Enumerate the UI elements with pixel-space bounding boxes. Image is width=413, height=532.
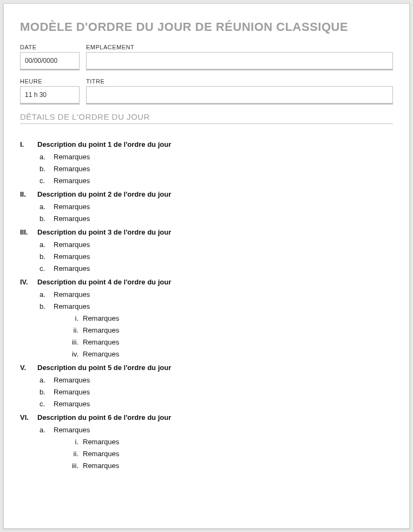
agenda-subsub-text: Remarques (83, 338, 119, 346)
label-date: DATE (20, 44, 80, 50)
agenda-item-head: IV.Description du point 4 de l'ordre du … (20, 278, 393, 286)
agenda-subsub-item: iii.Remarques (20, 462, 393, 470)
agenda-sub-item: c.Remarques (20, 177, 393, 185)
agenda-sub-letter: b. (40, 252, 54, 261)
label-location: EMPLACEMENT (86, 44, 393, 50)
agenda-subsub-item: i.Remarques (20, 438, 393, 446)
agenda-subsub-number: i. (68, 438, 83, 446)
agenda-subsub-text: Remarques (83, 326, 119, 334)
agenda-subsub-item: iv.Remarques (20, 350, 393, 358)
agenda-subsub-item: ii.Remarques (20, 326, 393, 334)
row-time-subject: HEURE TITRE (20, 78, 393, 105)
agenda-subsub-number: iv. (68, 350, 83, 358)
agenda-subsub-number: ii. (68, 326, 83, 334)
agenda-subsub-number: iii. (68, 338, 83, 346)
agenda-list: I.Description du point 1 de l'ordre du j… (20, 140, 393, 470)
agenda-item: IV.Description du point 4 de l'ordre du … (20, 278, 393, 358)
agenda-sub-item: b.Remarques (20, 388, 393, 396)
agenda-item-title: Description du point 3 de l'ordre du jou… (37, 228, 171, 236)
agenda-sub-item: a.Remarques (20, 290, 393, 299)
agenda-sub-item: c.Remarques (20, 264, 393, 273)
label-subject: TITRE (86, 78, 393, 85)
agenda-sub-letter: a. (40, 203, 54, 211)
agenda-subsub-number: iii. (68, 462, 83, 470)
agenda-sub-letter: c. (40, 177, 54, 185)
input-date[interactable] (20, 52, 80, 70)
agenda-sub-letter: a. (40, 426, 54, 434)
agenda-sub-letter: c. (40, 264, 54, 273)
agenda-item-number: V. (20, 364, 37, 372)
agenda-item: II.Description du point 2 de l'ordre du … (20, 190, 393, 223)
agenda-item-title: Description du point 2 de l'ordre du jou… (37, 190, 171, 198)
agenda-item-title: Description du point 6 de l'ordre du jou… (37, 413, 171, 421)
field-subject: TITRE (86, 78, 393, 105)
agenda-sub-text: Remarques (54, 215, 90, 223)
agenda-item-title: Description du point 4 de l'ordre du jou… (37, 278, 171, 286)
input-subject[interactable] (86, 86, 393, 105)
agenda-sub-item: a.Remarques (20, 376, 393, 384)
input-time[interactable] (20, 86, 80, 105)
agenda-item-title: Description du point 5 de l'ordre du jou… (37, 364, 171, 372)
agenda-item-number: III. (20, 228, 37, 236)
agenda-subsub-item: ii.Remarques (20, 450, 393, 458)
agenda-subsub-item: i.Remarques (20, 314, 393, 322)
agenda-sub-text: Remarques (54, 376, 90, 384)
agenda-item-head: II.Description du point 2 de l'ordre du … (20, 190, 393, 198)
agenda-item-number: IV. (20, 278, 37, 286)
document-page: MODÈLE D'ORDRE DU JOUR DE RÉUNION CLASSI… (3, 3, 410, 529)
agenda-sub-text: Remarques (54, 302, 90, 310)
agenda-sub-item: b.Remarques (20, 215, 393, 223)
agenda-sub-item: a.Remarques (20, 241, 393, 249)
agenda-sub-letter: a. (40, 153, 54, 161)
agenda-sub-text: Remarques (54, 388, 90, 396)
agenda-item-number: VI. (20, 413, 37, 421)
agenda-item-head: I.Description du point 1 de l'ordre du j… (20, 140, 393, 148)
agenda-sub-letter: a. (40, 376, 54, 384)
field-time: HEURE (20, 78, 80, 105)
agenda-sub-text: Remarques (54, 264, 90, 273)
agenda-sub-text: Remarques (54, 400, 90, 408)
agenda-subsub-text: Remarques (83, 462, 119, 470)
agenda-sub-letter: a. (40, 241, 54, 249)
agenda-subsub-item: iii.Remarques (20, 338, 393, 346)
agenda-item-title: Description du point 1 de l'ordre du jou… (37, 140, 171, 148)
page-title: MODÈLE D'ORDRE DU JOUR DE RÉUNION CLASSI… (20, 20, 393, 34)
agenda-item-head: III.Description du point 3 de l'ordre du… (20, 228, 393, 236)
agenda-item: VI.Description du point 6 de l'ordre du … (20, 413, 393, 470)
agenda-sub-letter: c. (40, 400, 54, 408)
input-location[interactable] (86, 52, 393, 70)
agenda-item-number: I. (20, 140, 37, 148)
agenda-sub-item: b.Remarques (20, 252, 393, 261)
agenda-sub-letter: a. (40, 290, 54, 299)
agenda-sub-letter: b. (40, 165, 54, 173)
agenda-sub-text: Remarques (54, 165, 90, 173)
agenda-sub-item: b.Remarques (20, 165, 393, 173)
field-date: DATE (20, 44, 80, 70)
agenda-item-head: V.Description du point 5 de l'ordre du j… (20, 364, 393, 372)
agenda-item-number: II. (20, 190, 37, 198)
agenda-sub-item: a.Remarques (20, 153, 393, 161)
row-date-location: DATE EMPLACEMENT (20, 44, 393, 70)
agenda-subsub-text: Remarques (83, 450, 119, 458)
agenda-subsub-number: ii. (68, 450, 83, 458)
agenda-sub-item: a.Remarques (20, 426, 393, 434)
agenda-item: I.Description du point 1 de l'ordre du j… (20, 140, 393, 185)
agenda-item-head: VI.Description du point 6 de l'ordre du … (20, 413, 393, 421)
agenda-sub-letter: b. (40, 388, 54, 396)
agenda-sub-text: Remarques (54, 177, 90, 185)
agenda-sub-text: Remarques (54, 241, 90, 249)
agenda-sub-text: Remarques (54, 426, 90, 434)
agenda-sub-item: c.Remarques (20, 400, 393, 408)
agenda-sub-item: a.Remarques (20, 203, 393, 211)
agenda-item: V.Description du point 5 de l'ordre du j… (20, 364, 393, 408)
agenda-subsub-text: Remarques (83, 314, 119, 322)
agenda-sub-text: Remarques (54, 203, 90, 211)
agenda-sub-text: Remarques (54, 153, 90, 161)
agenda-sub-letter: b. (40, 302, 54, 310)
section-header-agenda: DÉTAILS DE L'ORDRE DU JOUR (20, 112, 393, 124)
agenda-sub-text: Remarques (54, 290, 90, 299)
agenda-sub-letter: b. (40, 215, 54, 223)
agenda-subsub-text: Remarques (83, 350, 119, 358)
agenda-subsub-text: Remarques (83, 438, 119, 446)
label-time: HEURE (20, 78, 80, 85)
